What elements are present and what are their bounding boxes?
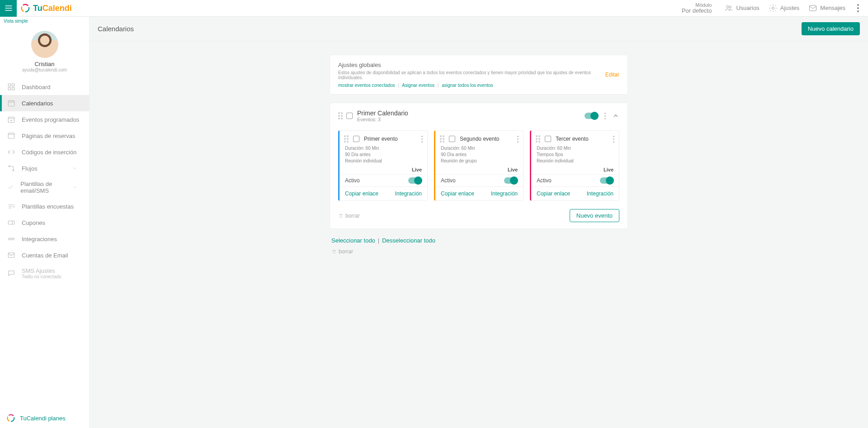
hamburger-menu[interactable]: [0, 0, 17, 17]
profile-block: Cristian ayuda@tucalendi.com: [0, 25, 89, 76]
sidebar-item-integraciones[interactable]: Integraciones: [0, 231, 89, 247]
event-activo-label: Activo: [345, 177, 360, 184]
sidebar-item-label: Cuentas de Email: [22, 252, 68, 259]
select-all-link[interactable]: Seleccionar todo: [331, 237, 375, 244]
sidebar-item-plantillas-email[interactable]: Plantillas de email/SMS: [0, 176, 89, 198]
users-label: Usuarios: [736, 5, 759, 11]
copy-link[interactable]: Copiar enlace: [345, 190, 378, 197]
show-connected-events-link[interactable]: mostrar eventos conectados: [338, 83, 395, 88]
integration-icon: [7, 235, 15, 243]
calendar-checkbox[interactable]: [346, 113, 353, 119]
event-toggle[interactable]: [504, 177, 518, 184]
new-calendar-button[interactable]: Nuevo calendario: [802, 22, 860, 35]
survey-icon: [7, 202, 15, 210]
svg-rect-7: [8, 84, 10, 86]
assign-events-link[interactable]: Asignar eventos: [402, 83, 434, 88]
assign-all-events-link[interactable]: asignar todos los eventos: [442, 83, 493, 88]
event-name: Tercer evento: [556, 136, 613, 142]
borrar-global-button[interactable]: borrar: [331, 248, 628, 255]
chevron-up-icon[interactable]: [612, 112, 619, 119]
more-menu[interactable]: [854, 4, 863, 12]
sidebar-item-sms[interactable]: SMS Ajustes Twilio no conectado: [0, 263, 89, 283]
new-event-button[interactable]: Nuevo evento: [570, 209, 619, 222]
event-card: Segundo evento Duración: 60 Min 90 Día a…: [434, 130, 524, 201]
sidebar-item-calendarios[interactable]: Calendarios: [0, 95, 89, 111]
planes-link[interactable]: TuCalendi planes: [0, 408, 89, 428]
event-window: Tiempos fijos: [537, 152, 613, 158]
grid-icon: [7, 83, 15, 91]
code-icon: [7, 148, 15, 156]
svg-rect-6: [810, 5, 816, 11]
avatar[interactable]: [31, 31, 58, 58]
borrar-calendar-button[interactable]: borrar: [338, 213, 360, 219]
drag-handle[interactable]: [440, 135, 444, 143]
vista-simple-toggle[interactable]: Vista simple: [0, 17, 89, 25]
mail-icon: [808, 4, 817, 13]
drag-handle[interactable]: [338, 112, 343, 119]
event-menu[interactable]: [421, 136, 423, 143]
svg-point-14: [9, 166, 10, 167]
event-checkbox[interactable]: [545, 136, 551, 142]
event-checkbox[interactable]: [449, 136, 455, 142]
deselect-all-link[interactable]: Desseleccionar todo: [382, 237, 435, 244]
drag-handle[interactable]: [536, 135, 540, 143]
sidebar-item-label: Integraciones: [22, 236, 57, 243]
event-activo-label: Activo: [441, 177, 456, 184]
sidebar-item-eventos[interactable]: Eventos programados: [0, 111, 89, 128]
sidebar-item-dashboard[interactable]: Dashboard: [0, 79, 89, 95]
users-link[interactable]: Usuarios: [724, 4, 759, 13]
window-icon: [7, 132, 15, 140]
event-live-badge: Live: [531, 167, 619, 174]
sidebar-item-flujos[interactable]: Flujos: [0, 160, 89, 176]
calendar-icon: [7, 99, 15, 107]
check-icon: [7, 183, 14, 191]
brand-icon: [20, 3, 30, 13]
integration-link[interactable]: Integración: [491, 190, 518, 197]
edit-global-link[interactable]: Editar: [605, 71, 619, 78]
sidebar-item-cuentas-email[interactable]: Cuentas de Email: [0, 247, 89, 263]
copy-link[interactable]: Copiar enlace: [441, 190, 474, 197]
svg-rect-16: [8, 221, 14, 224]
borrar-label: borrar: [339, 248, 353, 255]
gear-icon: [769, 4, 778, 13]
module-selector[interactable]: Módulo Por defecto: [682, 2, 712, 14]
drag-handle[interactable]: [344, 135, 349, 143]
ticket-icon: [7, 219, 15, 227]
calendar-toggle[interactable]: [585, 113, 598, 119]
integration-link[interactable]: Integración: [587, 190, 613, 197]
event-toggle[interactable]: [600, 177, 613, 184]
event-toggle[interactable]: [408, 177, 422, 184]
global-settings-card: Ajustes globales Estos ajustes de dispon…: [330, 55, 628, 95]
svg-point-18: [12, 238, 14, 240]
event-checkbox[interactable]: [353, 136, 359, 142]
sidebar-item-label: Eventos programados: [22, 116, 79, 123]
integration-link[interactable]: Integración: [395, 190, 422, 197]
svg-point-15: [13, 170, 14, 171]
svg-rect-19: [8, 253, 14, 258]
settings-link[interactable]: Ajustes: [769, 4, 800, 13]
mail-icon: [7, 251, 15, 259]
copy-link[interactable]: Copiar enlace: [537, 190, 570, 197]
event-menu[interactable]: [613, 136, 614, 143]
trash-icon: [331, 249, 337, 254]
calendar-meta: Eventos: 3: [357, 117, 408, 122]
calendar-title: Primer Calendario: [357, 109, 408, 117]
event-menu[interactable]: [517, 136, 519, 143]
sidebar-item-label: Plantillas encuestas: [22, 203, 74, 210]
sidebar-item-label: SMS Ajustes: [22, 267, 55, 274]
trash-icon: [338, 213, 344, 219]
event-duration: Duración: 60 Min: [345, 145, 422, 152]
sidebar-item-paginas[interactable]: Páginas de reservas: [0, 128, 89, 144]
borrar-label: borrar: [345, 213, 360, 219]
global-title: Ajustes globales: [338, 62, 605, 68]
brand-logo-block[interactable]: TuCalendi: [20, 3, 72, 13]
sidebar-item-cupones[interactable]: Cupones: [0, 214, 89, 231]
planes-label: TuCalendi planes: [20, 415, 66, 422]
messages-link[interactable]: Mensajes: [808, 4, 845, 13]
sidebar-item-encuestas[interactable]: Plantillas encuestas: [0, 198, 89, 214]
svg-rect-8: [12, 84, 14, 86]
sidebar-item-label: Flujos: [22, 165, 38, 172]
calendar-menu[interactable]: [604, 113, 606, 119]
sidebar-item-codigos[interactable]: Códigos de inserción: [0, 144, 89, 160]
event-name: Segundo evento: [460, 136, 517, 142]
